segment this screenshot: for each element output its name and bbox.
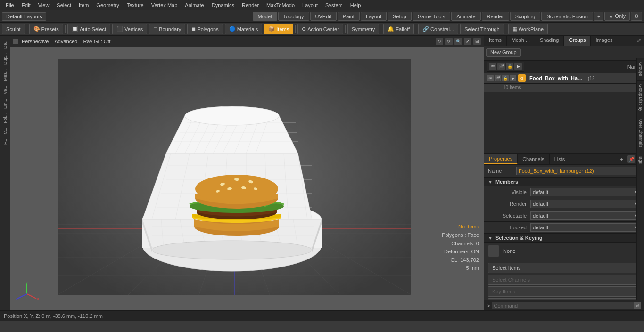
sidebar-item-dup[interactable]: Dup...: [2, 51, 8, 66]
name-input[interactable]: [516, 167, 640, 175]
expand-tree-icon[interactable]: ▶: [514, 63, 522, 70]
menu-file[interactable]: File: [2, 0, 18, 10]
members-section-header[interactable]: ▼ Members: [484, 178, 644, 186]
props-add-button[interactable]: +: [617, 154, 627, 164]
zoom-in-icon[interactable]: 🔍: [454, 38, 462, 45]
materials-button[interactable]: 🔵 Materials: [225, 24, 263, 34]
vtab-user-channels[interactable]: User Channels: [637, 115, 644, 152]
sculpt-button[interactable]: Sculpt: [2, 24, 25, 34]
layout-dropdown[interactable]: Default Layouts: [2, 12, 46, 21]
work-plane-button[interactable]: ▦ WorkPlane: [508, 24, 548, 34]
sidebar-item-c[interactable]: C...: [2, 126, 8, 136]
menu-maxtomodo[interactable]: MaxToModo: [263, 0, 298, 10]
menu-help[interactable]: Help: [347, 0, 365, 10]
menu-render[interactable]: Render: [238, 0, 263, 10]
vtab-group-display[interactable]: Group Display: [637, 81, 644, 115]
sidebar-item-em[interactable]: Em...: [2, 97, 8, 111]
vertices-button[interactable]: ⬛ Vertices: [112, 24, 147, 34]
sidebar-item-pol[interactable]: Pol...: [2, 112, 8, 125]
panel-expand-icon[interactable]: ⤢: [634, 36, 644, 46]
advanced-label[interactable]: Advanced: [52, 39, 79, 44]
items-button[interactable]: 📦 Items: [264, 24, 293, 34]
tab-shading[interactable]: Shading: [535, 36, 564, 46]
tab-items[interactable]: Items: [484, 36, 507, 46]
falloff-button[interactable]: 🔔 Falloff: [383, 24, 414, 34]
tab-scripting[interactable]: Scripting: [510, 12, 541, 21]
menu-view[interactable]: View: [34, 0, 53, 10]
tab-uvedit[interactable]: UVEdit: [310, 12, 337, 21]
select-channels-button[interactable]: Select Channels: [488, 275, 640, 285]
sidebar-item-de[interactable]: De...: [2, 38, 8, 50]
new-group-button[interactable]: New Group: [486, 48, 521, 57]
perspective-label[interactable]: Perspective: [20, 39, 50, 44]
menu-vertexmap[interactable]: Vertex Map: [148, 0, 182, 10]
item-render-icon[interactable]: 🎬: [495, 75, 501, 81]
command-submit-icon[interactable]: ⏎: [634, 302, 641, 309]
tab-layout[interactable]: Layout: [361, 12, 387, 21]
group-list-item[interactable]: 👁 🎬 🔒 ▶ G Food_Box_with_Hamburger (12 —: [484, 73, 644, 84]
sidebar-item-ve[interactable]: Ve...: [2, 84, 8, 96]
list-control-icons: 👁 🎬 🔒 ▶: [487, 62, 524, 72]
ray-gl-label[interactable]: Ray GL: Off: [81, 39, 112, 44]
auto-select-button[interactable]: 🔲 Auto Select: [67, 24, 110, 34]
tab-topology[interactable]: Topology: [278, 12, 309, 21]
star-only-button[interactable]: ★ Only: [604, 12, 630, 21]
tab-mesh[interactable]: Mesh ...: [507, 36, 535, 46]
render-icon[interactable]: 🎬: [497, 63, 505, 70]
boundary-button[interactable]: ◻ Boundary: [149, 24, 185, 34]
constraints-button[interactable]: 🔗 Constrai...: [418, 24, 458, 34]
tab-groups[interactable]: Groups: [564, 36, 591, 46]
props-tab-channels[interactable]: Channels: [518, 154, 549, 164]
menu-animate[interactable]: Animate: [181, 0, 207, 10]
rotate-icon[interactable]: ↻: [436, 38, 443, 45]
item-eye-icon[interactable]: 👁: [487, 75, 494, 81]
polygons-button[interactable]: ◼ Polygons: [187, 24, 223, 34]
expand-icon[interactable]: ⊞: [473, 38, 481, 45]
tab-gametools[interactable]: Game Tools: [413, 12, 451, 21]
tab-animate[interactable]: Animate: [451, 12, 480, 21]
menu-texture[interactable]: Texture: [123, 0, 148, 10]
select-items-button[interactable]: Select Items: [488, 263, 640, 273]
command-input[interactable]: [492, 302, 634, 309]
props-pin-icon[interactable]: 📌: [627, 155, 635, 163]
menu-geometry[interactable]: Geometry: [92, 0, 123, 10]
select-through-button[interactable]: Select Through: [460, 24, 504, 34]
tab-setup[interactable]: Setup: [388, 12, 412, 21]
menu-dynamics[interactable]: Dynamics: [208, 0, 238, 10]
vtab-tags[interactable]: Tags: [637, 151, 644, 168]
eye-icon[interactable]: 👁: [489, 63, 496, 70]
menu-edit[interactable]: Edit: [18, 0, 34, 10]
viewport[interactable]: Perspective Advanced Ray GL: Off ↻ ⟳ 🔍 ⤢…: [10, 36, 484, 310]
lock-icon[interactable]: 🔒: [506, 63, 513, 70]
menu-system[interactable]: System: [322, 0, 347, 10]
maximize-icon[interactable]: ⤢: [464, 38, 471, 45]
props-tab-properties[interactable]: Properties: [484, 154, 518, 164]
selectable-select[interactable]: default ▼: [530, 211, 640, 220]
item-lock-icon[interactable]: 🔒: [502, 75, 509, 81]
sidebar-item-mes[interactable]: Mes...: [2, 67, 8, 83]
sel-keying-header[interactable]: ▼ Selection & Keying: [484, 234, 644, 243]
locked-select[interactable]: default ▼: [530, 223, 640, 232]
item-expand-icon[interactable]: ▶: [510, 75, 516, 81]
sidebar-item-f[interactable]: F...: [2, 137, 8, 146]
render-select[interactable]: default ▼: [530, 200, 640, 208]
action-center-button[interactable]: ⊕ Action Center: [297, 24, 343, 34]
visible-select[interactable]: default ▼: [530, 188, 640, 196]
menu-item[interactable]: Item: [75, 0, 92, 10]
tab-model[interactable]: Model: [253, 12, 277, 21]
reset-icon[interactable]: ⟳: [445, 38, 453, 45]
menu-select[interactable]: Select: [53, 0, 75, 10]
props-tab-lists[interactable]: Lists: [550, 154, 570, 164]
add-layout-button[interactable]: +: [594, 12, 603, 21]
tab-images[interactable]: Images: [591, 36, 618, 46]
tab-schematic[interactable]: Schematic Fusion: [541, 12, 593, 21]
symmetry-button[interactable]: Symmetry: [347, 24, 380, 34]
presets-button[interactable]: 🎨 Presets: [29, 24, 63, 34]
vtab-groups[interactable]: Groups: [637, 58, 644, 81]
key-items-button[interactable]: Key Items: [488, 286, 640, 297]
menu-layout[interactable]: Layout: [298, 0, 322, 10]
settings-button[interactable]: ⚙: [631, 12, 642, 21]
tab-paint[interactable]: Paint: [338, 12, 360, 21]
scene-viewport[interactable]: [58, 59, 411, 295]
tab-render[interactable]: Render: [482, 12, 509, 21]
